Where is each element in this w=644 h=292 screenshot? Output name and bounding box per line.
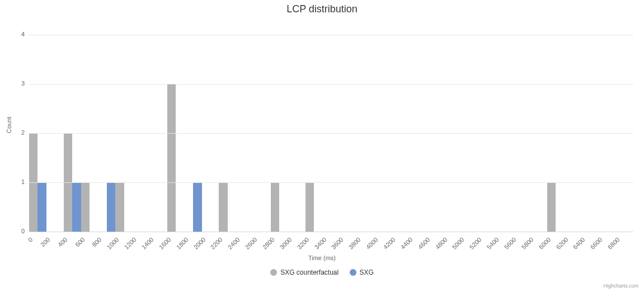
x-tick-label: 400 (51, 236, 68, 253)
x-tick-label: 200 (35, 236, 51, 253)
x-tick-label: 2400 (224, 236, 241, 253)
chart-title: LCP distribution (0, 3, 644, 15)
x-axis-title: Time (ms) (0, 255, 644, 261)
bar-counterfactual[interactable] (81, 182, 90, 232)
x-tick-label: 1400 (138, 236, 155, 253)
bar-counterfactual[interactable] (115, 182, 124, 232)
legend-label: SXG counterfactual (280, 269, 339, 276)
x-tick-label: 6600 (587, 236, 604, 253)
bar-sxg[interactable] (72, 182, 81, 232)
bar-sxg[interactable] (107, 182, 115, 232)
x-tick-label: 5000 (449, 236, 466, 253)
x-tick-label: 4600 (414, 236, 431, 253)
x-tick-label: 2600 (242, 236, 258, 253)
x-tick-label: 3600 (328, 236, 345, 253)
x-tick-label: 4200 (380, 236, 397, 253)
grid-line (29, 133, 633, 134)
bar-counterfactual[interactable] (271, 182, 279, 232)
x-tick-label: 5400 (483, 236, 500, 253)
bar-counterfactual[interactable] (219, 182, 227, 232)
x-tick-label: 2200 (207, 236, 224, 253)
x-tick-label: 4400 (397, 236, 414, 253)
circle-icon (350, 269, 356, 276)
grid-line (29, 35, 633, 35)
x-tick-label: 1600 (156, 236, 172, 253)
grid-line (29, 182, 633, 183)
y-tick-label: 1 (0, 178, 25, 185)
x-tick-label: 800 (86, 236, 103, 253)
x-tick-label: 4800 (431, 236, 448, 253)
y-tick-label: 0 (0, 228, 25, 234)
bar-counterfactual[interactable] (305, 182, 314, 232)
x-tick-label: 1000 (104, 236, 120, 253)
bar-sxg[interactable] (193, 182, 201, 232)
legend-item-counterfactual[interactable]: SXG counterfactual (270, 269, 339, 276)
x-tick-label: 2800 (259, 236, 276, 253)
circle-icon (270, 269, 277, 276)
x-tick-label: 6200 (552, 236, 569, 253)
x-tick-label: 3200 (293, 236, 310, 253)
grid-line (29, 84, 633, 84)
x-tick-label: 0 (17, 236, 34, 253)
x-tick-label: 5200 (466, 236, 483, 253)
x-tick-label: 5600 (501, 236, 518, 253)
x-tick-label: 6000 (535, 236, 552, 253)
x-tick-label: 3800 (345, 236, 362, 253)
x-tick-label: 1800 (172, 236, 189, 253)
legend-label: SXG (360, 269, 374, 276)
x-tick-label: 3400 (311, 236, 327, 253)
bar-counterfactual[interactable] (547, 182, 556, 232)
lcp-distribution-chart: LCP distribution Count 01234 02004006008… (0, 0, 644, 292)
x-axis-labels: 0200400600800100012001400160018002000220… (29, 235, 633, 252)
y-tick-label: 4 (0, 31, 25, 37)
x-tick-label: 3000 (276, 236, 293, 253)
grid-line (29, 232, 633, 232)
credits-link[interactable]: Highcharts.com (603, 283, 638, 289)
x-tick-label: 1200 (121, 236, 138, 253)
x-tick-label: 600 (69, 236, 86, 253)
x-tick-label: 6800 (604, 236, 621, 253)
y-tick-label: 3 (0, 80, 25, 87)
legend: SXG counterfactual SXG (0, 269, 644, 277)
x-tick-label: 5800 (518, 236, 535, 253)
legend-item-sxg[interactable]: SXG (350, 269, 374, 276)
y-tick-label: 2 (0, 129, 25, 136)
x-tick-label: 4000 (363, 236, 379, 253)
x-tick-label: 6400 (570, 236, 586, 253)
x-tick-label: 2000 (190, 236, 206, 253)
bar-sxg[interactable] (37, 182, 46, 232)
bar-counterfactual[interactable] (167, 84, 176, 232)
